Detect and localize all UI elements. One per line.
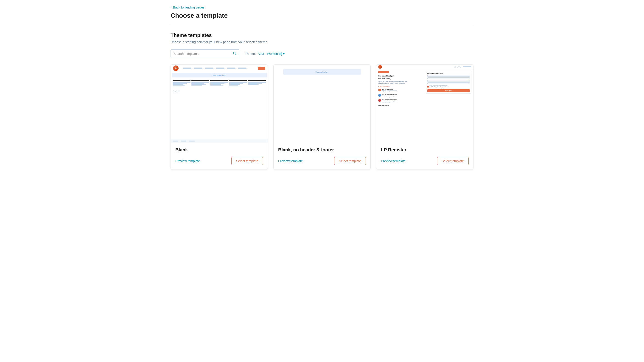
search-input[interactable] bbox=[174, 52, 231, 56]
filter-row: Theme: Act3 - Werken bij ▾ bbox=[170, 49, 474, 58]
divider bbox=[170, 25, 474, 25]
svg-line-1 bbox=[235, 54, 236, 55]
select-template-button[interactable]: Select template bbox=[231, 157, 263, 165]
preview-link[interactable]: Preview template bbox=[381, 159, 406, 163]
template-actions: Preview template Select template bbox=[175, 157, 263, 165]
search-box bbox=[170, 49, 240, 58]
template-info: LP Register Preview template Select temp… bbox=[376, 143, 473, 170]
chevron-left-icon: ‹ bbox=[170, 6, 172, 9]
template-preview-lp-register: Get Your HubSpotWebsite Going Create you… bbox=[376, 65, 473, 143]
back-link[interactable]: ‹ Back to landing pages bbox=[170, 6, 204, 9]
theme-dropdown[interactable]: Act3 - Werken bij ▾ bbox=[258, 52, 284, 56]
theme-label: Theme: bbox=[245, 52, 256, 56]
template-actions: Preview template Select template bbox=[381, 157, 469, 165]
template-name: Blank, no header & footer bbox=[278, 147, 366, 153]
template-actions: Preview template Select template bbox=[278, 157, 366, 165]
template-preview-blank: A Drop module here bbox=[171, 65, 268, 143]
template-card: Drop module here Blank, no header & foot… bbox=[273, 64, 371, 170]
template-name: Blank bbox=[175, 147, 263, 153]
template-info: Blank, no header & footer Preview templa… bbox=[274, 143, 370, 170]
back-link-label: Back to landing pages bbox=[173, 6, 205, 9]
preview-link[interactable]: Preview template bbox=[175, 159, 200, 163]
templates-grid: A Drop module here bbox=[170, 64, 474, 170]
section-subtitle: Choose a starting point for your new pag… bbox=[170, 40, 474, 44]
theme-selected-name: Act3 - Werken bij bbox=[258, 52, 282, 56]
section-title: Theme templates bbox=[170, 32, 474, 38]
page-title: Choose a template bbox=[170, 12, 474, 19]
template-name: LP Register bbox=[381, 147, 469, 153]
template-info: Blank Preview template Select template bbox=[171, 143, 268, 170]
select-template-button[interactable]: Select template bbox=[334, 157, 366, 165]
preview-link[interactable]: Preview template bbox=[278, 159, 303, 163]
page-wrapper: ‹ Back to landing pages Choose a templat… bbox=[161, 0, 483, 175]
theme-selector: Theme: Act3 - Werken bij ▾ bbox=[245, 52, 284, 56]
template-card: Get Your HubSpotWebsite Going Create you… bbox=[376, 64, 474, 170]
select-template-button[interactable]: Select template bbox=[437, 157, 469, 165]
template-card: A Drop module here bbox=[170, 64, 268, 170]
template-preview-blank-simple: Drop module here bbox=[274, 65, 370, 143]
chevron-down-icon: ▾ bbox=[283, 52, 284, 56]
search-icon bbox=[233, 52, 236, 56]
